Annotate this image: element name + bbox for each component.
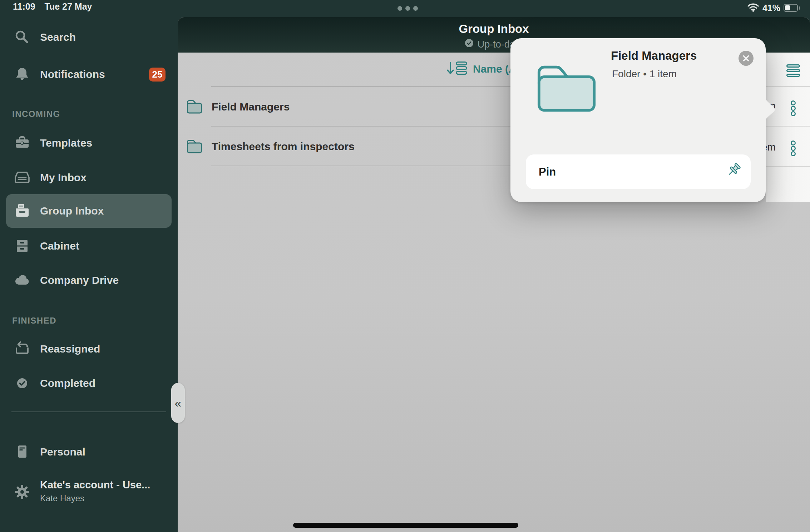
sidebar-item-company-drive[interactable]: Company Drive <box>0 264 178 297</box>
popover-arrow <box>765 98 775 122</box>
sidebar-item-label: Notifications <box>40 68 105 80</box>
bell-icon <box>14 66 31 83</box>
battery-percent: 41% <box>762 3 780 13</box>
clock: 11:09 <box>13 1 35 11</box>
gear-icon <box>14 483 31 501</box>
section-finished: FINISHED <box>12 316 56 326</box>
search-icon <box>14 29 31 46</box>
briefcase-icon <box>14 134 31 152</box>
section-incoming: INCOMING <box>12 109 60 119</box>
sidebar-item-label: Company Drive <box>40 274 119 286</box>
folder-icon <box>186 99 203 116</box>
sidebar-item-label: Reassigned <box>40 343 100 355</box>
strip-divider <box>766 166 810 167</box>
cabinet-icon <box>14 237 31 255</box>
row-kebab-menu-icon[interactable] <box>791 100 796 116</box>
check-circle-icon <box>14 375 31 392</box>
sidebar-item-label: My Inbox <box>40 172 87 184</box>
sidebar-item-templates[interactable]: Templates <box>0 127 178 159</box>
folder-icon-large <box>533 61 601 117</box>
sidebar-item-personal[interactable]: Personal <box>0 435 178 468</box>
group-inbox-icon <box>14 202 31 220</box>
inbox-tray-icon <box>14 169 31 186</box>
row-kebab-menu-icon[interactable] <box>791 141 796 156</box>
sidebar-item-cabinet[interactable]: Cabinet <box>0 230 178 262</box>
sidebar-item-label: Personal <box>40 446 85 458</box>
sidebar-item-my-inbox[interactable]: My Inbox <box>0 161 178 194</box>
account-title: Kate's account - Use... <box>40 479 150 491</box>
row-name: Field Managers <box>212 87 290 127</box>
close-icon[interactable] <box>739 51 754 66</box>
sidebar-item-completed[interactable]: Completed <box>0 367 178 400</box>
sidebar-collapse-handle[interactable]: « <box>171 383 185 423</box>
account-switcher[interactable]: Kate's account - Use... Kate Hayes <box>0 476 178 508</box>
pin-label: Pin <box>539 154 556 189</box>
sort-descending-icon <box>446 61 468 77</box>
sidebar-divider <box>11 412 166 412</box>
strip-divider <box>766 86 810 87</box>
sidebar-item-label: Search <box>40 31 76 43</box>
pin-action-button[interactable]: Pin <box>526 154 751 189</box>
popover-title: Field Managers <box>611 49 697 63</box>
synced-check-icon <box>465 39 474 50</box>
strip-divider <box>766 126 810 127</box>
sidebar-item-label: Group Inbox <box>40 205 104 217</box>
home-indicator[interactable] <box>293 523 518 528</box>
sidebar-item-label: Cabinet <box>40 240 79 252</box>
reassign-icon <box>14 340 31 358</box>
row-item-count: 1 item <box>766 142 776 153</box>
sidebar-item-label: Templates <box>40 137 92 149</box>
folder-icon <box>186 138 203 156</box>
battery-icon <box>784 4 798 12</box>
view-options-icon[interactable] <box>786 64 800 77</box>
collapse-chevrons-icon: « <box>175 396 182 410</box>
sidebar-item-search[interactable]: Search <box>0 21 178 54</box>
page-title: Group Inbox <box>178 22 810 36</box>
notifications-badge: 25 <box>149 68 166 82</box>
pushpin-icon <box>724 162 743 182</box>
row-name: Timesheets from inspectors <box>212 127 355 166</box>
sidebar-item-label: Completed <box>40 377 95 389</box>
battery-nub <box>799 6 800 10</box>
multitasking-dots-icon[interactable] <box>397 6 418 11</box>
sidebar-item-group-inbox[interactable]: Group Inbox <box>0 194 178 227</box>
cloud-icon <box>14 272 31 289</box>
sidebar-item-reassigned[interactable]: Reassigned <box>0 332 178 365</box>
document-icon <box>14 443 31 460</box>
folder-details-popover: Field Managers Folder • 1 item Pin <box>510 38 766 202</box>
status-bar-right: 41% <box>747 3 800 13</box>
row-actions-column: 1 item 1 item <box>766 53 810 202</box>
wifi-icon <box>747 3 759 13</box>
screen: 11:09Tue 27 May 41% Search <box>0 0 810 532</box>
account-name: Kate Hayes <box>40 493 84 503</box>
status-bar-left: 11:09Tue 27 May <box>13 1 92 12</box>
popover-subtitle: Folder • 1 item <box>612 68 677 80</box>
date: Tue 27 May <box>45 1 92 11</box>
